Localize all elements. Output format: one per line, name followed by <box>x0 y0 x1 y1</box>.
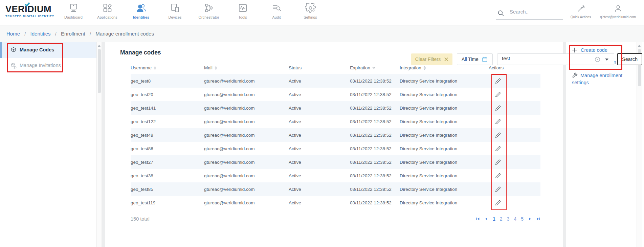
column-header-status: Status <box>289 65 302 70</box>
breadcrumb-separator: / <box>24 31 26 37</box>
nav-item-audit[interactable]: Audit <box>260 3 293 19</box>
quick-actions-button[interactable]: Quick Actions <box>565 4 596 19</box>
tools-icon <box>238 3 248 13</box>
table-row: geo_test8 gtureac@veridiumid.com Active … <box>131 74 540 88</box>
column-header-integration[interactable]: Integration <box>400 65 426 70</box>
close-icon <box>444 57 448 62</box>
chevron-down-icon[interactable] <box>605 59 608 61</box>
create-code-label: Create code <box>581 47 607 53</box>
breadcrumb-home[interactable]: Home <box>6 31 20 37</box>
manage-enrollment-settings-link[interactable]: Manage enrollment settings <box>572 72 630 86</box>
nav-item-devices[interactable]: Devices <box>158 3 192 19</box>
total-count: 150 total <box>131 216 150 222</box>
nav-item-tools[interactable]: Tools <box>226 3 260 19</box>
cell-expiration: 03/11/2022 12:38:52 <box>350 119 392 124</box>
user-menu[interactable]: q'ctest@veridiumid.com <box>594 4 642 19</box>
column-header-username[interactable]: Username <box>131 65 156 70</box>
edit-pencil-icon[interactable] <box>494 77 502 85</box>
nav-item-label: Tools <box>238 15 247 19</box>
page-number[interactable]: 5 <box>521 216 524 222</box>
column-header-mail[interactable]: Mail <box>204 65 217 70</box>
scroll-up-arrow-icon[interactable] <box>98 45 101 47</box>
cell-mail: gtureac@veridiumid.com <box>204 173 255 178</box>
wrench-icon <box>572 72 578 78</box>
cell-integration: Directory Service Integration <box>400 146 457 151</box>
brand-tagline: TRUSTED DIGITAL IDENTITY <box>5 15 60 18</box>
page-number[interactable]: 4 <box>514 216 516 222</box>
identities-icon <box>136 3 147 13</box>
scrollbar-thumb[interactable] <box>98 49 101 93</box>
search-input[interactable] <box>510 9 560 15</box>
cell-username: geo_test86 <box>131 146 153 151</box>
page-number[interactable]: 1 <box>493 216 495 222</box>
time-range-filter[interactable]: All Time <box>457 53 493 65</box>
nav-item-orchestrator[interactable]: Orchestrator <box>192 3 226 19</box>
table-search-input[interactable] <box>502 55 593 61</box>
table-row: geo_test141 gtureac@veridiumid.com Activ… <box>131 101 540 115</box>
first-page-icon[interactable] <box>476 217 480 221</box>
cell-status: Active <box>289 106 301 111</box>
cell-integration: Directory Service Integration <box>400 187 457 192</box>
column-label: Actions <box>489 65 504 70</box>
codes-table: Username Mail Status Expiration Integrat… <box>131 63 540 209</box>
scroll-up-arrow-icon[interactable] <box>638 45 641 47</box>
manage-codes-panel: Manage codes Username Mail Status Expira… <box>105 42 563 247</box>
sidebar-item-label: Manage Codes <box>20 47 54 52</box>
veridium-logo[interactable]: VERIDIUM TRUSTED DIGITAL IDENTITY <box>5 4 60 18</box>
magic-wand-icon <box>576 4 585 13</box>
next-page-icon[interactable] <box>528 217 532 221</box>
search-button[interactable]: Search <box>617 53 642 65</box>
calendar-icon <box>482 56 488 63</box>
edit-pencil-icon[interactable] <box>494 104 502 112</box>
gear-icon <box>305 3 316 13</box>
breadcrumb-enrollment: Enrollment <box>61 31 85 37</box>
search-icon <box>497 9 505 17</box>
breadcrumb-identities[interactable]: Identities <box>30 31 51 37</box>
nav-item-dashboard[interactable]: Dashboard <box>57 3 90 19</box>
table-row: geo_test85 gtureac@veridiumid.com Active… <box>131 182 540 196</box>
sidebar-item-manage-codes[interactable]: Manage Codes <box>0 42 96 58</box>
table-search-field <box>497 53 614 65</box>
orchestrator-icon <box>204 3 214 13</box>
edit-pencil-icon[interactable] <box>494 158 502 166</box>
page-number[interactable]: 3 <box>507 216 510 222</box>
nav-item-settings[interactable]: Settings <box>293 3 327 19</box>
edit-pencil-icon[interactable] <box>494 91 502 99</box>
sidebar-item-label: Manage Invitations <box>20 63 61 68</box>
left-sidebar: Manage Codes Manage Invitations <box>0 42 96 247</box>
edit-pencil-icon[interactable] <box>494 118 502 126</box>
cell-integration: Directory Service Integration <box>400 119 457 124</box>
last-page-icon[interactable] <box>536 217 540 221</box>
edit-pencil-icon[interactable] <box>494 172 502 180</box>
cell-mail: gtureac@veridiumid.com <box>204 200 255 205</box>
table-row: geo_test122 gtureac@veridiumid.com Activ… <box>131 115 540 128</box>
cell-status: Active <box>289 78 301 84</box>
page-number[interactable]: 2 <box>500 216 503 222</box>
plus-icon <box>572 47 577 53</box>
clear-filters-button[interactable]: Clear Filters <box>411 53 452 65</box>
cell-username: geo_test48 <box>131 133 153 138</box>
breadcrumb-current-page: Manage enrollment codes <box>95 31 154 37</box>
edit-pencil-icon[interactable] <box>494 145 502 153</box>
global-search <box>496 7 563 20</box>
cell-expiration: 03/11/2022 12:38:52 <box>350 92 392 97</box>
nav-item-identities[interactable]: Identities <box>124 3 158 19</box>
column-header-expiration[interactable]: Expiration <box>350 65 376 70</box>
sort-both-icon <box>154 66 156 70</box>
table-row: geo_test20 gtureac@veridiumid.com Active… <box>131 88 540 101</box>
nav-item-applications[interactable]: Applications <box>90 3 124 19</box>
create-code-link[interactable]: Create code <box>572 47 607 53</box>
edit-pencil-icon[interactable] <box>494 199 502 207</box>
cell-username: geo_test119 <box>131 200 155 205</box>
edit-pencil-icon[interactable] <box>494 185 502 194</box>
clear-input-icon[interactable] <box>595 57 600 62</box>
cell-expiration: 03/11/2022 12:38:52 <box>350 78 392 84</box>
breadcrumb-separator: / <box>55 31 57 37</box>
invitations-cube-icon <box>10 62 17 69</box>
manage-settings-label: Manage enrollment settings <box>572 73 622 85</box>
previous-page-icon[interactable] <box>484 217 488 221</box>
edit-pencil-icon[interactable] <box>494 131 502 139</box>
cell-status: Active <box>289 160 301 165</box>
sidebar-item-manage-invitations[interactable]: Manage Invitations <box>0 58 96 73</box>
cell-expiration: 03/11/2022 12:38:52 <box>350 160 392 165</box>
